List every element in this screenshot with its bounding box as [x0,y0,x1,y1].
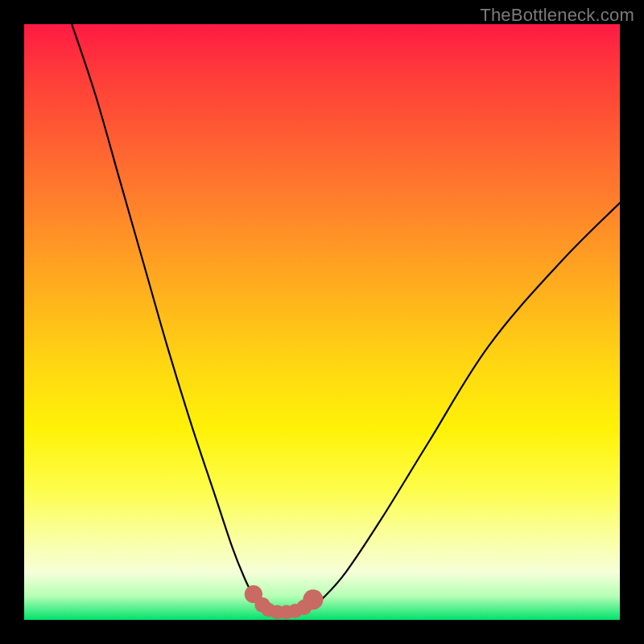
marker-dot [296,600,312,615]
bottleneck-curve [72,24,620,614]
marker-dot [303,589,323,609]
curve-layer [24,24,620,620]
marker-dot [254,597,270,613]
marker-dot [262,603,276,617]
marker-dot [245,585,262,603]
bottom-markers [245,585,324,619]
plot-area [24,24,620,620]
watermark-text: TheBottleneck.com [480,5,634,26]
marker-dot [270,605,285,620]
marker-dot [279,605,294,620]
marker-dot [288,604,303,618]
chart-frame: TheBottleneck.com [0,0,644,644]
